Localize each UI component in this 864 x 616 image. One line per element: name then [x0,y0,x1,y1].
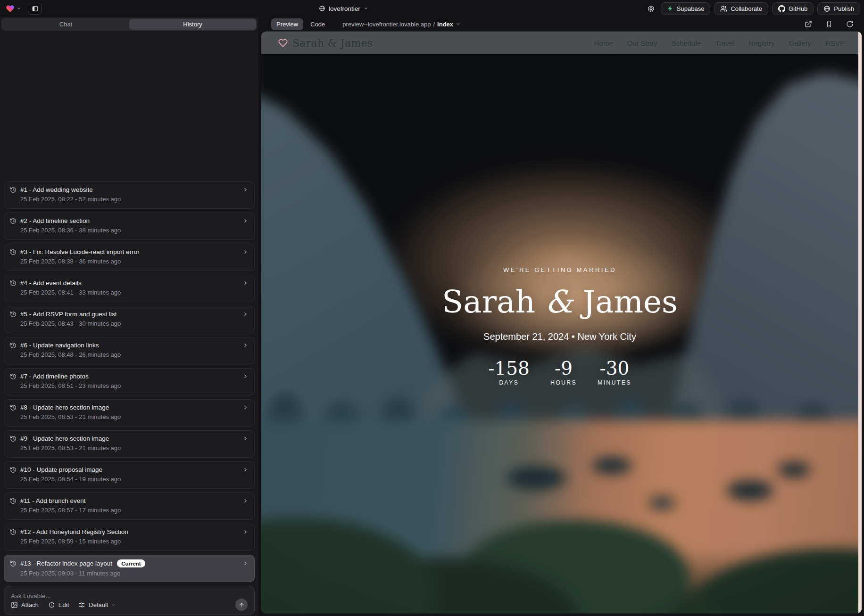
nav-schedule[interactable]: Schedule [672,39,701,47]
github-button[interactable]: GitHub [772,2,814,15]
history-item-time: 25 Feb 2025, 08:38 - 36 minutes ago [20,258,249,265]
heart-icon [278,38,288,48]
countdown-hours-value: -9 [550,359,577,378]
tab-code[interactable]: Code [305,18,330,30]
history-item-title: #2 - Add timeline section [20,217,90,224]
chevron-right-icon [242,311,249,317]
countdown-days: -158 DAYS [488,359,530,386]
countdown-days-label: DAYS [488,379,530,386]
publish-globe-icon [823,5,831,12]
gear-icon [647,5,655,13]
chevron-right-icon [242,342,249,348]
nav-registry[interactable]: Registry [749,39,775,47]
history-item-time: 25 Feb 2025, 08:53 - 21 minutes ago [20,413,249,420]
nav-rsvp[interactable]: RSVP [825,39,845,47]
nav-home[interactable]: Home [594,39,613,47]
site-brand-name: Sarah & James [292,37,373,49]
arrow-up-icon [239,602,245,608]
history-clock-icon [10,280,17,287]
attach-button[interactable]: Attach [11,601,39,608]
preview-actions [803,18,856,30]
chevron-right-icon [242,529,249,535]
preview-url-separator: / [433,21,435,28]
lovable-logo-menu[interactable] [6,4,21,13]
history-clock-icon [10,560,17,567]
history-item[interactable]: #9 - Update hero section image 25 Feb 20… [4,430,255,458]
tab-chat[interactable]: Chat [2,19,129,30]
history-item[interactable]: #11 - Add brunch event 25 Feb 2025, 08:5… [4,493,255,520]
countdown-hours: -9 HOURS [550,359,577,386]
history-item-title: #4 - Add event details [20,279,82,287]
users-icon [720,5,727,12]
chevron-down-icon [364,6,368,11]
history-item-time: 25 Feb 2025, 08:53 - 21 minutes ago [20,444,249,452]
site-scrollbar[interactable] [858,32,862,613]
history-item[interactable]: #1 - Add wedding website 25 Feb 2025, 08… [4,181,255,209]
lovable-heart-icon [6,4,15,13]
github-icon [778,5,785,12]
open-in-new-tab-button[interactable] [803,18,814,30]
history-item-time: 25 Feb 2025, 08:59 - 15 minutes ago [20,538,249,545]
settings-button[interactable] [645,3,657,15]
preview-url-page: index [437,21,453,28]
history-clock-icon [10,249,17,255]
nav-our-story[interactable]: Our Story [627,39,657,47]
history-item[interactable]: #4 - Add event details 25 Feb 2025, 08:4… [4,275,255,302]
supabase-label: Supabase [677,5,705,12]
nav-travel[interactable]: Travel [715,39,734,47]
history-item[interactable]: #5 - Add RSVP form and guest list 25 Feb… [4,306,255,333]
history-item[interactable]: #6 - Update navigation links 25 Feb 2025… [4,337,255,364]
project-name: lovefrontier [329,5,360,12]
collaborate-button[interactable]: Collaborate [714,2,768,15]
refresh-icon [846,20,854,28]
preview-header: Preview Code preview--lovefrontier.lovab… [261,17,862,31]
publish-button[interactable]: Publish [817,2,860,15]
send-button[interactable] [235,599,248,611]
top-bar-left [6,3,42,15]
history-item-time: 25 Feb 2025, 08:36 - 38 minutes ago [20,227,249,234]
history-item[interactable]: #13 - Refactor index page layout Current… [4,555,255,582]
countdown-minutes-label: MINUTES [598,379,631,386]
composer-toolbar: Attach Edit Default [11,599,248,611]
history-item-time: 25 Feb 2025, 08:41 - 33 minutes ago [20,289,249,296]
chevron-right-icon [242,560,249,567]
history-item[interactable]: #10 - Update proposal image 25 Feb 2025,… [4,461,255,489]
history-item[interactable]: #2 - Add timeline section 25 Feb 2025, 0… [4,213,255,240]
preview-url-host: preview--lovefrontier.lovable.app [342,21,431,28]
chevron-right-icon [242,280,249,286]
history-item[interactable]: #12 - Add Honeyfund Registry Section 25 … [4,524,255,551]
preview-url-bar[interactable]: preview--lovefrontier.lovable.app / inde… [342,21,460,28]
chevron-right-icon [242,435,249,442]
countdown-minutes-value: -30 [598,359,631,378]
image-icon [11,601,18,608]
chevron-right-icon [242,218,249,224]
mobile-view-button[interactable] [823,18,835,30]
panel-left-icon [32,5,39,12]
supabase-button[interactable]: Supabase [661,2,711,15]
history-item-title: #7 - Add timeline photos [20,373,89,380]
history-item-time: 25 Feb 2025, 08:51 - 23 minutes ago [20,382,249,389]
top-bar-actions: Supabase Collaborate GitHub Publish [645,2,860,15]
history-item[interactable]: #7 - Add timeline photos 25 Feb 2025, 08… [4,368,255,395]
tab-history[interactable]: History [129,19,256,30]
site-brand[interactable]: Sarah & James [278,37,373,49]
mode-select-button[interactable]: Default [78,601,116,608]
history-item-time: 25 Feb 2025, 08:54 - 19 minutes ago [20,476,249,483]
chevron-right-icon [242,249,249,255]
history-item[interactable]: #8 - Update hero section image 25 Feb 20… [4,399,255,427]
mode-label: Default [89,601,108,608]
history-item-title: #8 - Update hero section image [20,404,109,411]
history-item-time: 25 Feb 2025, 08:43 - 30 minutes ago [20,320,249,327]
refresh-button[interactable] [844,18,856,30]
hero-eyebrow: WE'RE GETTING MARRIED [261,266,858,273]
history-item[interactable]: #3 - Fix: Resolve Lucide-react import er… [4,244,255,271]
history-item-time: 25 Feb 2025, 08:48 - 26 minutes ago [20,351,249,358]
history-list: #1 - Add wedding website 25 Feb 2025, 08… [0,181,258,586]
top-bar: lovefrontier Supabase Collaborate [0,0,864,17]
sidebar-toggle-button[interactable] [28,3,42,15]
tab-preview[interactable]: Preview [271,18,303,30]
edit-button[interactable]: Edit [48,601,69,608]
project-switcher[interactable]: lovefrontier [319,5,368,12]
nav-gallery[interactable]: Gallery [789,39,812,47]
history-clock-icon [10,311,17,318]
